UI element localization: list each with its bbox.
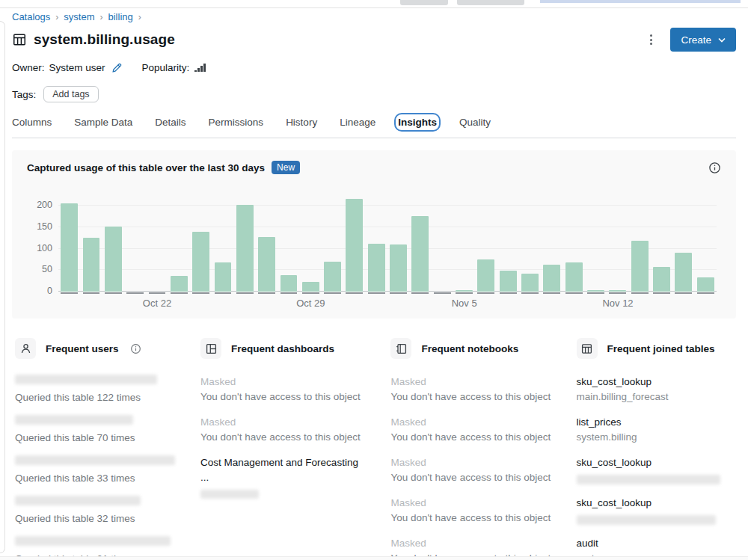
x-tick (80, 292, 102, 294)
bar-slot (80, 194, 102, 292)
usage-bar[interactable] (105, 227, 122, 292)
tab-quality[interactable]: Quality (459, 117, 491, 128)
redacted-user-name (15, 536, 171, 546)
usage-bar[interactable] (171, 276, 188, 292)
joined-table-name[interactable]: audit (577, 536, 733, 551)
breadcrumb: Catalogs › system › billing › (12, 0, 736, 22)
usage-bar[interactable] (411, 216, 429, 292)
tab-sample-data[interactable]: Sample Data (74, 117, 132, 128)
redacted-schema (577, 515, 716, 525)
frequent-dashboards-title: Frequent dashboards (231, 343, 334, 354)
breadcrumb-separator: › (138, 12, 141, 22)
owner-value: System user (49, 62, 105, 73)
usage-bar[interactable] (61, 203, 78, 292)
usage-bar[interactable] (368, 244, 385, 292)
insights-panel: Captured usage of this table over the la… (12, 150, 736, 319)
usage-bar[interactable] (258, 237, 275, 292)
chevron-down-icon (718, 37, 726, 43)
usage-bar[interactable] (390, 244, 407, 292)
usage-bar[interactable] (675, 253, 692, 292)
kebab-menu-icon[interactable] (646, 31, 657, 48)
bar-slot (672, 194, 694, 292)
usage-bar[interactable] (346, 199, 363, 292)
breadcrumb-catalogs[interactable]: Catalogs (12, 11, 50, 22)
tab-lineage[interactable]: Lineage (340, 117, 375, 128)
usage-bar[interactable] (521, 274, 539, 292)
usage-bar[interactable] (477, 259, 494, 292)
y-axis-label: 0 (27, 286, 52, 296)
tab-insights[interactable]: Insights (398, 117, 437, 128)
catalog-table-page: Catalogs › system › billing › system.bil… (0, 0, 748, 560)
usage-bar[interactable] (456, 290, 473, 292)
frequent-dashboards-list: MaskedYou don't have access to this obje… (200, 375, 368, 499)
x-tick (387, 292, 409, 294)
joined-table-name[interactable]: list_prices (577, 415, 733, 430)
list-item: list_pricessystem.billing (577, 415, 733, 446)
redacted-detail (200, 490, 259, 499)
joined-table-name[interactable]: sku_cost_lookup (577, 496, 733, 511)
frequent-dashboards-header: Frequent dashboards (200, 338, 368, 359)
list-item: MaskedYou don't have access to this obje… (200, 375, 368, 405)
bar-slot (629, 194, 651, 292)
joined-table-schema: main.billing_forecast (577, 390, 733, 404)
info-icon[interactable] (708, 161, 721, 174)
list-item: MaskedYou don't have access to this obje… (390, 496, 554, 526)
usage-bar[interactable] (609, 290, 626, 292)
usage-bar[interactable] (280, 275, 298, 292)
usage-bar[interactable] (565, 262, 583, 292)
frequent-joined-tables-list: sku_cost_lookupmain.billing_forecastlist… (577, 375, 733, 560)
x-tick (541, 292, 562, 294)
x-tick (432, 292, 453, 294)
list-item: Queried this table 32 times (15, 496, 178, 526)
table-grid-icon (12, 32, 27, 47)
tab-bar: ColumnsSample DataDetailsPermissionsHist… (12, 117, 736, 138)
info-icon[interactable] (130, 343, 141, 354)
x-tick (234, 292, 256, 294)
breadcrumb-billing[interactable]: billing (108, 11, 132, 22)
usage-bar[interactable] (83, 238, 100, 292)
joined-table-name[interactable]: sku_cost_lookup (577, 375, 733, 390)
bar-slot (234, 194, 256, 292)
breadcrumb-system[interactable]: system (64, 11, 94, 22)
x-tick (453, 292, 475, 294)
table-icon (577, 338, 598, 359)
x-tick (190, 292, 212, 294)
usage-bar[interactable] (543, 265, 560, 292)
usage-bar[interactable] (215, 262, 232, 292)
usage-bar[interactable] (631, 241, 649, 292)
usage-bar[interactable] (236, 205, 254, 292)
x-tick (102, 292, 124, 294)
usage-bar[interactable] (697, 277, 714, 292)
usage-bar-chart: 050100150200 Oct 22Oct 29Nov 5Nov 12 (58, 194, 717, 311)
bar-slot (475, 194, 497, 292)
section-frequent-users: Frequent usersQueried this table 122 tim… (15, 338, 178, 560)
dashboard-name[interactable]: Cost Management and Forecasting ... (200, 455, 368, 485)
tab-permissions[interactable]: Permissions (209, 117, 264, 128)
y-axis-label: 150 (27, 221, 52, 232)
add-tags-button[interactable]: Add tags (43, 86, 98, 102)
x-tick (585, 292, 607, 294)
frequent-notebooks-list: MaskedYou don't have access to this obje… (390, 375, 554, 560)
masked-label: Masked (200, 375, 368, 390)
tab-history[interactable]: History (286, 117, 317, 128)
usage-bar[interactable] (653, 267, 670, 292)
bar-slot (585, 194, 607, 292)
usage-bar[interactable] (587, 290, 604, 292)
usage-bar[interactable] (192, 232, 209, 292)
usage-bar[interactable] (302, 282, 319, 292)
create-button[interactable]: Create (670, 28, 736, 52)
usage-bar[interactable] (500, 271, 517, 292)
usage-bar[interactable] (324, 262, 341, 292)
joined-table-schema: system.billing (577, 430, 733, 445)
query-count-caption: Queried this table 70 times (15, 431, 178, 446)
edit-owner-pencil-icon[interactable] (111, 62, 123, 73)
joined-table-name[interactable]: sku_cost_lookup (577, 455, 733, 470)
x-axis-label: Nov 12 (602, 298, 633, 309)
tab-details[interactable]: Details (155, 117, 186, 128)
popularity-label: Popularity: (142, 62, 190, 73)
x-tick (58, 292, 80, 294)
tab-columns[interactable]: Columns (12, 117, 52, 128)
list-item: sku_cost_lookupmain.billing_forecast (577, 375, 733, 405)
frequent-users-header: Frequent users (15, 338, 178, 359)
notebook-icon (390, 338, 411, 359)
